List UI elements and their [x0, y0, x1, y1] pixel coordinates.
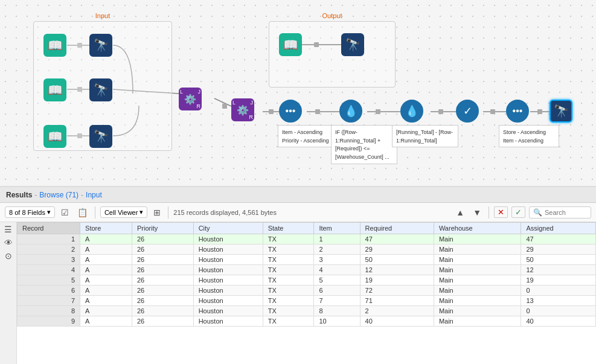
filter-node[interactable]: ✓: [456, 100, 479, 123]
workflow-canvas: Input Output 📖 🔭 📖 🔭 📖 🔭 ⚙️ L J R ⚙️ L J…: [0, 0, 596, 187]
table-cell: A: [80, 275, 132, 286]
browse-node-2[interactable]: 🔭: [89, 78, 112, 101]
read-node-2[interactable]: 📖: [43, 78, 66, 101]
table-cell: 50: [360, 255, 434, 265]
col-header-state[interactable]: State: [263, 223, 314, 234]
table-cell: 5: [314, 275, 360, 286]
col-header-required[interactable]: Required: [360, 223, 434, 234]
store-tooltip: Store - Ascending Item - Ascending: [499, 125, 559, 147]
table-row[interactable]: 1A26HoustonTX147Main47: [18, 234, 596, 244]
col-header-assigned[interactable]: Assigned: [521, 223, 596, 234]
side-icon-circle[interactable]: ⊙: [5, 251, 12, 261]
join-node-2[interactable]: ⚙️ L J R: [231, 98, 254, 121]
data-table: RecordStorePriorityCityStateItemRequired…: [17, 222, 596, 327]
output-browse-node[interactable]: 🔭: [341, 33, 364, 56]
input-group-label: Input: [95, 12, 110, 19]
data-table-container[interactable]: RecordStorePriorityCityStateItemRequired…: [17, 222, 596, 364]
svg-line-7: [214, 98, 231, 106]
clear-btn[interactable]: ✕: [494, 206, 508, 218]
results-panel: Results - Browse (71) - Input 8 of 8 Fie…: [0, 187, 596, 364]
formula-tooltip: IF ([Row-1:Running_Total] + [Required]) …: [331, 125, 397, 164]
browse-output-node[interactable]: 🔭: [550, 100, 572, 123]
join-node-1[interactable]: ⚙️ L J R: [179, 88, 202, 110]
browse-link[interactable]: Browse (71): [39, 191, 79, 199]
copy-btn[interactable]: 📋: [75, 206, 90, 219]
browse-node-1[interactable]: 🔭: [89, 34, 112, 57]
read-icon-1[interactable]: 📖: [43, 34, 66, 57]
table-cell: 6: [18, 286, 80, 296]
browse-output-icon[interactable]: 🔭: [550, 100, 572, 123]
table-row[interactable]: 4A26HoustonTX412Main12: [18, 265, 596, 275]
sort-desc-btn[interactable]: ▼: [470, 206, 484, 219]
output-read-icon[interactable]: 📖: [279, 33, 302, 56]
table-cell: Main: [434, 306, 521, 316]
browse-icon-3[interactable]: 🔭: [89, 125, 112, 148]
table-cell: 26: [132, 296, 194, 306]
col-header-city[interactable]: City: [193, 223, 263, 234]
table-cell: 47: [521, 234, 596, 244]
table-cell: 19: [360, 275, 434, 286]
multi-join-icon[interactable]: •••: [279, 100, 302, 123]
table-cell: Houston: [193, 234, 263, 244]
select-all-btn[interactable]: ☑: [59, 206, 71, 219]
sample-node[interactable]: •••: [506, 100, 529, 123]
side-icon-menu[interactable]: ☰: [4, 225, 12, 234]
running-total-icon[interactable]: 💧: [400, 100, 423, 123]
table-cell: 12: [360, 265, 434, 275]
filter-icon-btn[interactable]: ⊞: [151, 206, 163, 219]
fields-dropdown[interactable]: 8 of 8 Fields ▾: [5, 206, 55, 218]
svg-rect-8: [222, 104, 227, 109]
table-row[interactable]: 9A26HoustonTX1040Main40: [18, 316, 596, 327]
browse-node-3[interactable]: 🔭: [89, 125, 112, 148]
table-cell: 47: [360, 234, 434, 244]
table-row[interactable]: 7A26HoustonTX771Main13: [18, 296, 596, 306]
col-header-record[interactable]: Record: [18, 223, 80, 234]
cell-viewer-label: Cell Viewer: [104, 209, 138, 216]
table-cell: TX: [263, 286, 314, 296]
search-input[interactable]: [545, 209, 587, 216]
table-row[interactable]: 5A26HoustonTX519Main19: [18, 275, 596, 286]
col-header-warehouse[interactable]: Warehouse: [434, 223, 521, 234]
browse-icon-2[interactable]: 🔭: [89, 78, 112, 101]
sample-icon[interactable]: •••: [506, 100, 529, 123]
table-row[interactable]: 2A26HoustonTX229Main29: [18, 244, 596, 255]
formula-icon[interactable]: 💧: [339, 100, 362, 123]
col-header-store[interactable]: Store: [80, 223, 132, 234]
filter-icon[interactable]: ✓: [456, 100, 479, 123]
records-info: 215 records displayed, 4,561 bytes: [173, 209, 450, 216]
table-row[interactable]: 3A26HoustonTX350Main50: [18, 255, 596, 265]
table-cell: Main: [434, 286, 521, 296]
table-cell: 2: [314, 244, 360, 255]
results-header: Results - Browse (71) - Input: [0, 187, 596, 203]
table-row[interactable]: 6A26HoustonTX672Main0: [18, 286, 596, 296]
table-cell: 1: [18, 234, 80, 244]
toolbar-sep-3: [489, 206, 489, 219]
sort-asc-btn[interactable]: ▲: [453, 206, 467, 219]
read-node-3[interactable]: 📖: [43, 125, 66, 148]
table-cell: 19: [521, 275, 596, 286]
col-header-priority[interactable]: Priority: [132, 223, 194, 234]
running-total-node[interactable]: 💧: [400, 100, 423, 123]
col-header-item[interactable]: Item: [314, 223, 360, 234]
formula-node[interactable]: 💧: [339, 100, 362, 123]
browse-icon-1[interactable]: 🔭: [89, 34, 112, 57]
table-cell: 7: [18, 296, 80, 306]
confirm-btn[interactable]: ✓: [511, 206, 525, 218]
read-node-1[interactable]: 📖: [43, 34, 66, 57]
read-icon-2[interactable]: 📖: [43, 78, 66, 101]
output-read-node[interactable]: 📖: [279, 33, 302, 56]
cell-viewer-dropdown[interactable]: Cell Viewer ▾: [100, 206, 147, 218]
output-browse-icon[interactable]: 🔭: [341, 33, 364, 56]
read-icon-3[interactable]: 📖: [43, 125, 66, 148]
table-cell: 0: [521, 286, 596, 296]
multi-join-node[interactable]: •••: [279, 100, 302, 123]
side-icon-eye[interactable]: 👁: [4, 238, 13, 247]
table-cell: 26: [132, 286, 194, 296]
source-link[interactable]: Input: [86, 191, 102, 199]
svg-rect-12: [315, 109, 320, 114]
table-cell: A: [80, 306, 132, 316]
table-row[interactable]: 8A26HoustonTX82Main0: [18, 306, 596, 316]
table-cell: 2: [360, 306, 434, 316]
table-cell: 0: [521, 306, 596, 316]
toolbar-sep-2: [168, 206, 168, 219]
